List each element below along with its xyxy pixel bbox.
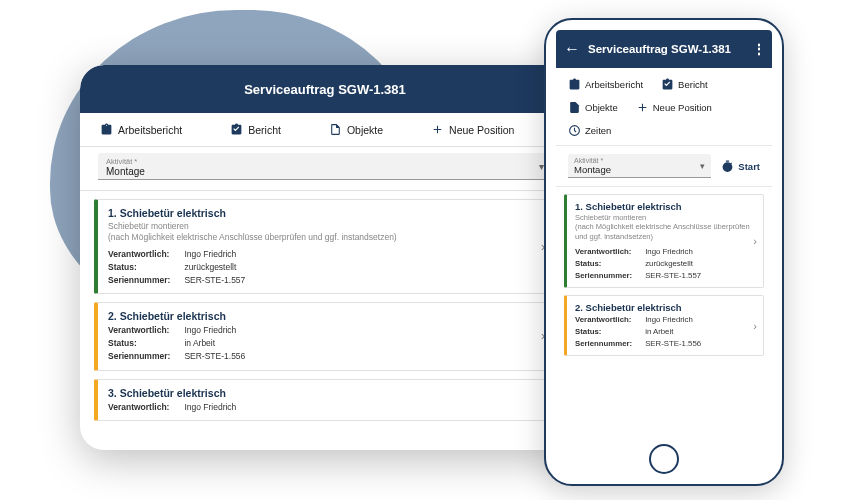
app-header: Serviceauftrag SGW-1.381 bbox=[80, 65, 570, 113]
activity-row: Aktivität * Montage ▾ bbox=[80, 147, 570, 191]
phone-device: ← Serviceauftrag SGW-1.381 ⋮ Arbeitsberi… bbox=[544, 18, 784, 486]
item-serial: Seriennummer: SER-STE-1.556 bbox=[108, 350, 545, 363]
item-responsible: Verantwortlich: Ingo Friedrich bbox=[108, 248, 545, 261]
tab-label: Objekte bbox=[585, 102, 618, 113]
item-list: 1. Schiebetür elektrisch Schiebetür mont… bbox=[556, 187, 772, 436]
activity-select[interactable]: Aktivität * Montage ▾ bbox=[568, 154, 711, 178]
check-clipboard-icon bbox=[230, 123, 243, 136]
item-status: Status: zurückgestellt bbox=[108, 261, 545, 274]
controls-row: Aktivität * Montage ▾ Start bbox=[556, 146, 772, 187]
tab-label: Objekte bbox=[347, 124, 383, 136]
document-icon bbox=[568, 101, 581, 114]
page-title: Serviceauftrag SGW-1.381 bbox=[588, 43, 744, 55]
tab-neue-position[interactable]: Neue Position bbox=[431, 123, 514, 136]
item-responsible: Verantwortlich: Ingo Friedrich bbox=[108, 401, 545, 414]
item-title: 1. Schiebetür elektrisch bbox=[108, 207, 545, 219]
item-title: 3. Schiebetür elektrisch bbox=[108, 387, 545, 399]
select-label: Aktivität * bbox=[574, 157, 705, 164]
clock-icon bbox=[568, 124, 581, 137]
chevron-right-icon: › bbox=[753, 235, 757, 247]
tab-arbeitsbericht[interactable]: Arbeitsbericht bbox=[568, 78, 643, 91]
plus-icon bbox=[636, 101, 649, 114]
tab-arbeitsbericht[interactable]: Arbeitsbericht bbox=[100, 123, 182, 136]
select-value: Montage bbox=[106, 166, 544, 177]
item-subtitle: Schiebetür montieren (nach Möglichkeit e… bbox=[108, 221, 545, 243]
item-responsible: Verantwortlich: Ingo Friedrich bbox=[575, 246, 755, 258]
item-responsible: Verantwortlich: Ingo Friedrich bbox=[575, 314, 755, 326]
item-title: 1. Schiebetür elektrisch bbox=[575, 201, 755, 212]
list-item[interactable]: 1. Schiebetür elektrisch Schiebetür mont… bbox=[94, 199, 556, 294]
tab-neue-position[interactable]: Neue Position bbox=[636, 101, 712, 114]
check-clipboard-icon bbox=[661, 78, 674, 91]
stopwatch-icon bbox=[721, 160, 734, 173]
tab-objekte[interactable]: Objekte bbox=[568, 101, 618, 114]
item-subtitle: Schiebetür montieren (nach Möglichkeit e… bbox=[575, 213, 755, 241]
list-item[interactable]: 3. Schiebetür elektrisch Verantwortlich:… bbox=[94, 379, 556, 422]
tab-bericht[interactable]: Bericht bbox=[661, 78, 708, 91]
activity-select[interactable]: Aktivität * Montage ▾ bbox=[98, 153, 552, 180]
document-icon bbox=[329, 123, 342, 136]
list-item[interactable]: 2. Schiebetür elektrisch Verantwortlich:… bbox=[94, 302, 556, 370]
home-button[interactable] bbox=[649, 444, 679, 474]
item-title: 2. Schiebetür elektrisch bbox=[108, 310, 545, 322]
item-responsible: Verantwortlich: Ingo Friedrich bbox=[108, 324, 545, 337]
back-icon[interactable]: ← bbox=[564, 41, 580, 57]
tab-label: Zeiten bbox=[585, 125, 611, 136]
tab-label: Bericht bbox=[678, 79, 708, 90]
chevron-right-icon: › bbox=[753, 320, 757, 332]
tab-label: Neue Position bbox=[653, 102, 712, 113]
tab-label: Bericht bbox=[248, 124, 281, 136]
tab-label: Neue Position bbox=[449, 124, 514, 136]
plus-icon bbox=[431, 123, 444, 136]
tab-objekte[interactable]: Objekte bbox=[329, 123, 383, 136]
item-status: Status: in Arbeit bbox=[575, 326, 755, 338]
tab-bericht[interactable]: Bericht bbox=[230, 123, 281, 136]
item-serial: Seriennummer: SER-STE-1.557 bbox=[575, 270, 755, 282]
item-list: 1. Schiebetür elektrisch Schiebetür mont… bbox=[80, 191, 570, 450]
item-serial: Seriennummer: SER-STE-1.557 bbox=[108, 274, 545, 287]
tablet-device: Serviceauftrag SGW-1.381 Arbeitsbericht … bbox=[80, 65, 570, 450]
select-label: Aktivität * bbox=[106, 157, 544, 166]
app-header: ← Serviceauftrag SGW-1.381 ⋮ bbox=[556, 30, 772, 68]
tab-label: Arbeitsbericht bbox=[118, 124, 182, 136]
tab-bar: Arbeitsbericht Bericht Objekte Neue Posi… bbox=[556, 68, 772, 146]
phone-screen: ← Serviceauftrag SGW-1.381 ⋮ Arbeitsberi… bbox=[556, 30, 772, 436]
clipboard-icon bbox=[568, 78, 581, 91]
tab-bar: Arbeitsbericht Bericht Objekte Neue Posi… bbox=[80, 113, 570, 147]
tab-label: Arbeitsbericht bbox=[585, 79, 643, 90]
clipboard-icon bbox=[100, 123, 113, 136]
chevron-down-icon: ▾ bbox=[700, 161, 705, 171]
item-title: 2. Schiebetür elektrisch bbox=[575, 302, 755, 313]
start-label: Start bbox=[738, 161, 760, 172]
item-status: Status: zurückgestellt bbox=[575, 258, 755, 270]
tab-zeiten[interactable]: Zeiten bbox=[568, 124, 611, 137]
kebab-menu-icon[interactable]: ⋮ bbox=[752, 41, 764, 57]
list-item[interactable]: 1. Schiebetür elektrisch Schiebetür mont… bbox=[564, 194, 764, 288]
page-title: Serviceauftrag SGW-1.381 bbox=[244, 82, 406, 97]
item-status: Status: in Arbeit bbox=[108, 337, 545, 350]
select-value: Montage bbox=[574, 164, 705, 175]
item-serial: Seriennummer: SER-STE-1.556 bbox=[575, 338, 755, 350]
list-item[interactable]: 2. Schiebetür elektrisch Verantwortlich:… bbox=[564, 295, 764, 356]
start-button[interactable]: Start bbox=[721, 160, 760, 173]
